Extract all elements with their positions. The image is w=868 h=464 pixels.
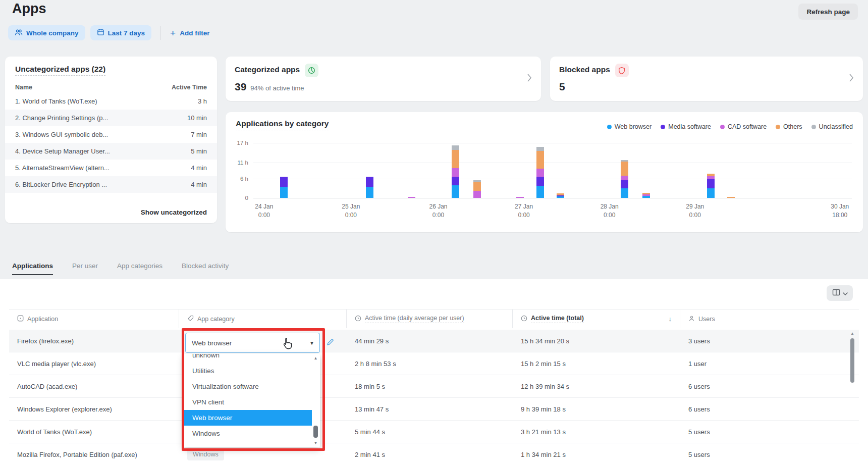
list-item[interactable]: 3. Windows GUI symbolic deb...7 min [5, 126, 217, 143]
dropdown-option-web-browser[interactable]: Web browser [183, 410, 312, 426]
table-header: ApplicationApp categoryActive time (dail… [9, 309, 859, 328]
scrollbar-thumb[interactable] [313, 426, 318, 438]
legend-item-unclassified[interactable]: Unclassified [811, 123, 853, 130]
legend-item-cad-software[interactable]: CAD software [720, 123, 767, 130]
filter-whole-company[interactable]: Whole company [8, 25, 85, 40]
chart-title: Applications by category [236, 119, 329, 130]
gridline [253, 143, 852, 143]
uncategorized-card-title: Uncategorized apps (22) [15, 65, 105, 76]
list-item[interactable]: 2. Change Printing Settings (p...10 min [5, 110, 217, 126]
legend-item-others[interactable]: Others [776, 123, 802, 130]
column-header-app-category[interactable]: App category [179, 310, 347, 328]
tick-date: 26 Jan [429, 202, 447, 211]
bar-segment-media-software [707, 179, 715, 188]
total-time-cell: 15 h 2 min 15 s [513, 360, 680, 368]
scrollbar-thumb[interactable] [850, 338, 854, 383]
dropdown-option-unknown[interactable]: unknown [183, 354, 312, 363]
tab-applications[interactable]: Applications [12, 262, 53, 275]
bar-segment-unclassified [536, 147, 544, 151]
active-time: 7 min [191, 131, 207, 138]
sort-desc-icon[interactable]: ↓ [669, 315, 672, 323]
bar-segment-media-software [280, 177, 288, 186]
app-name: 3. Windows GUI symbolic deb... [15, 131, 108, 138]
plus-icon: + [170, 28, 176, 38]
filter-bar: Whole company Last 7 days + Add filter [8, 25, 209, 40]
daily-average-cell: 2 min 41 s [347, 451, 513, 458]
daily-average-cell: 44 min 29 s [347, 337, 513, 345]
tab-per-user[interactable]: Per user [72, 262, 98, 275]
uncategorized-apps-card: Uncategorized apps (22) Name Active Time… [5, 57, 217, 223]
tick-time: 0:00 [515, 211, 533, 220]
chevron-right-icon[interactable] [527, 74, 532, 84]
legend-item-web-browser[interactable]: Web browser [607, 123, 652, 130]
chevron-right-icon[interactable] [849, 74, 854, 84]
blocked-count: 5 [559, 81, 565, 93]
bar-segment-cad-software [408, 197, 415, 198]
column-name-label: Name [15, 84, 32, 91]
list-item[interactable]: 1. World of Tanks (WoT.exe)3 h [5, 93, 217, 110]
table-row-windows-explorer-explorer-exe[interactable]: Windows Explorer (explorer.exe)13 min 47… [9, 398, 859, 421]
y-axis-tick: 17 h [228, 140, 248, 146]
bar-segment-others [536, 151, 544, 169]
dropdown-option-utilities[interactable]: Utilities [183, 363, 312, 379]
column-header-users[interactable]: Users [680, 310, 859, 328]
app-category-select[interactable]: Web browser ▼ [185, 333, 320, 353]
table-row-vlc-media-player-vlc-exe[interactable]: VLC media player (vlc.exe)2 h 8 min 53 s… [9, 352, 859, 375]
tick-date: 29 Jan [686, 202, 704, 211]
bar-segment-unclassified [452, 145, 459, 150]
list-item[interactable]: 4. Device Setup Manager User...5 min [5, 143, 217, 160]
column-header-active-time-total[interactable]: Active time (total)↓ [513, 310, 680, 328]
tab-blocked-activity[interactable]: Blocked activity [182, 262, 229, 275]
uncategorized-rows: 1. World of Tanks (WoT.exe)3 h2. Change … [5, 93, 217, 193]
column-active-time-label: Active Time [172, 84, 207, 91]
list-item[interactable]: 6. BitLocker Drive Encryption ...4 min [5, 176, 217, 193]
scroll-down-icon[interactable]: ▼ [312, 441, 319, 445]
list-item[interactable]: 5. AlternateStreamView (altern...4 min [5, 160, 217, 176]
stacked-bar [280, 177, 288, 198]
legend-item-media-software[interactable]: Media software [661, 123, 711, 130]
table-row-autocad-acad-exe[interactable]: AutoCAD (acad.exe)18 min 5 s12 h 39 min … [9, 375, 859, 398]
filter-period-label: Last 7 days [108, 29, 145, 37]
chart-legend: Web browserMedia softwareCAD softwareOth… [607, 123, 853, 130]
apps-page: Apps Refresh page Whole company Last 7 d… [0, 0, 868, 464]
column-label: App category [197, 316, 235, 323]
stacked-bar [707, 174, 715, 198]
column-settings-button[interactable] [827, 285, 853, 301]
column-label: Active time (daily average per user) [365, 315, 464, 323]
people-icon [15, 29, 23, 37]
refresh-page-button[interactable]: Refresh page [798, 4, 858, 20]
table-scrollbar[interactable]: ▲ [850, 331, 855, 462]
table-row-mozilla-firefox-portable-edition-paf-exe[interactable]: Mozilla Firefox, Portable Edition (paf.e… [9, 443, 859, 464]
column-header-active-time-daily-average-per-user[interactable]: Active time (daily average per user) [347, 310, 513, 328]
column-header-application[interactable]: Application [9, 310, 179, 328]
chevron-down-icon [843, 289, 848, 297]
application-cell: World of Tanks (WoT.exe) [9, 428, 179, 436]
app-name: 4. Device Setup Manager User... [15, 147, 110, 155]
applications-table-section: ApplicationApp categoryActive time (dail… [0, 279, 868, 464]
filter-divider [160, 26, 161, 40]
tick-date: 28 Jan [601, 202, 619, 211]
show-uncategorized-link[interactable]: Show uncategorized [141, 209, 207, 216]
x-axis-tick: 29 Jan0:00 [686, 202, 704, 220]
scroll-up-icon[interactable]: ▲ [850, 331, 855, 336]
table-row-world-of-tanks-wot-exe[interactable]: World of Tanks (WoT.exe)5 min 44 s3 h 21… [9, 421, 859, 443]
dropdown-option-windows[interactable]: Windows [183, 426, 312, 441]
dropdown-option-virtualization-software[interactable]: Virtualization software [183, 379, 312, 394]
bar-segment-media-software [536, 177, 544, 185]
edit-pencil-icon[interactable] [326, 338, 335, 348]
tab-app-categories[interactable]: App categories [117, 262, 162, 275]
tick-time: 0:00 [342, 211, 360, 220]
user-icon [688, 315, 695, 323]
applications-by-category-card: Applications by category Web browserMedi… [226, 112, 863, 232]
tabs: ApplicationsPer userApp categoriesBlocke… [12, 262, 229, 275]
gridline [253, 163, 852, 163]
bar-segment-cad-software [473, 191, 481, 198]
dropdown-scrollbar[interactable]: ▲ ▼ [312, 355, 319, 446]
scroll-up-icon[interactable]: ▲ [312, 356, 319, 360]
tick-date: 24 Jan [255, 202, 273, 211]
add-filter-button[interactable]: + Add filter [170, 28, 209, 38]
filter-period[interactable]: Last 7 days [90, 25, 152, 40]
users-cell: 6 users [680, 383, 859, 390]
table-row-firefox-firefox-exe[interactable]: Firefox (firefox.exe)44 min 29 s15 h 34 … [9, 330, 859, 352]
dropdown-option-vpn-client[interactable]: VPN client [183, 394, 312, 410]
